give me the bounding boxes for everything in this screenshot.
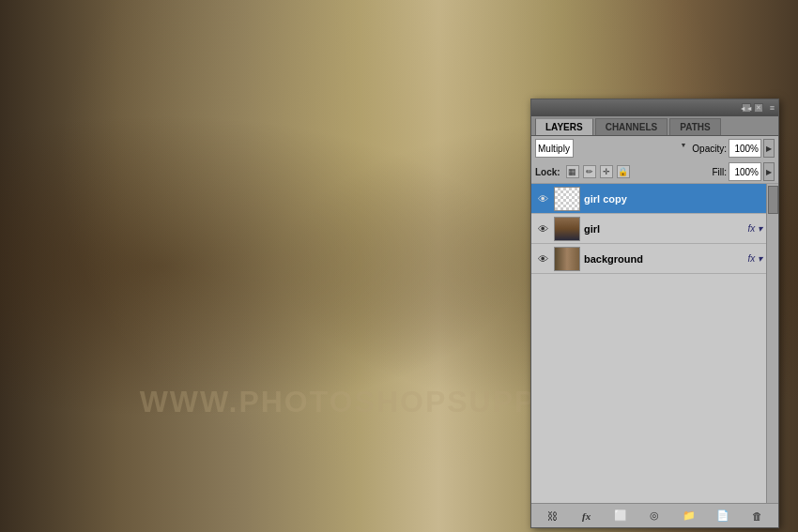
layer-name-background: background: [584, 253, 744, 265]
opacity-label: Opacity:: [692, 144, 727, 154]
lock-move-icon[interactable]: ✛: [600, 165, 613, 178]
lock-fill-row: Lock: ▦ ✏ ✛ 🔒 Fill: ▶: [531, 160, 778, 184]
layer-item-girl-copy[interactable]: 👁 girl copy: [531, 184, 766, 214]
add-mask-button[interactable]: ⬜: [611, 507, 630, 525]
layers-panel: ◄◄ ✕ ≡ LAYERS CHANNELS PATHS Multiply No…: [530, 99, 779, 528]
eye-icon-girl-copy: 👁: [538, 193, 548, 205]
link-layers-button[interactable]: ⛓: [543, 507, 561, 525]
fill-label: Fill:: [712, 167, 727, 177]
tab-paths[interactable]: PATHS: [669, 118, 720, 135]
panel-close-button[interactable]: ✕: [754, 103, 763, 113]
lock-all-icon[interactable]: 🔒: [617, 165, 630, 178]
layer-visibility-background[interactable]: 👁: [535, 251, 550, 266]
opacity-arrow-button[interactable]: ▶: [763, 139, 775, 158]
adjustment-button[interactable]: ◎: [645, 507, 664, 525]
tab-layers[interactable]: LAYERS: [535, 118, 593, 135]
delete-layer-button[interactable]: 🗑: [748, 507, 767, 525]
thumb-transparent-girl-copy: [555, 188, 579, 210]
layer-visibility-girl-copy[interactable]: 👁: [535, 191, 550, 206]
layer-style-button[interactable]: fx: [577, 507, 596, 525]
fill-arrow-button[interactable]: ▶: [763, 162, 775, 181]
layer-item-girl[interactable]: 👁 girl fx ▾: [531, 214, 766, 244]
layer-name-girl: girl: [584, 223, 744, 235]
layer-thumb-background: [554, 247, 580, 271]
panel-toolbar: ⛓ fx ⬜ ◎ 📁 📄 🗑: [531, 503, 778, 527]
lock-checkerboard-icon[interactable]: ▦: [566, 165, 579, 178]
new-layer-button[interactable]: 📄: [714, 507, 732, 525]
thumb-background: [555, 248, 579, 270]
thumb-girl: [555, 218, 579, 240]
panel-menu-button[interactable]: ≡: [770, 103, 775, 113]
layers-list: 👁 girl copy 👁 girl fx ▾: [531, 184, 778, 372]
eye-icon-girl: 👁: [538, 223, 548, 235]
blend-mode-select[interactable]: Multiply Normal Screen Overlay: [535, 139, 574, 158]
blend-mode-wrapper: Multiply Normal Screen Overlay: [535, 139, 688, 158]
layer-item-background[interactable]: 👁 background fx ▾: [531, 244, 766, 274]
layers-empty-area: [531, 372, 778, 503]
layer-fx-background[interactable]: fx ▾: [747, 253, 762, 264]
opacity-input[interactable]: [729, 139, 761, 158]
lock-brush-icon[interactable]: ✏: [583, 165, 596, 178]
eye-icon-background: 👁: [538, 253, 548, 265]
fill-group: Fill: ▶: [712, 162, 775, 181]
lock-label: Lock:: [535, 167, 560, 177]
fill-input[interactable]: [729, 162, 761, 181]
panel-titlebar: ◄◄ ✕ ≡: [531, 99, 778, 116]
opacity-group: Opacity: ▶: [692, 139, 775, 158]
layer-name-girl-copy: girl copy: [584, 193, 762, 205]
group-button[interactable]: 📁: [680, 507, 698, 525]
layers-scroll-area: 👁 girl copy 👁 girl fx ▾: [531, 184, 778, 503]
layers-scrollbar[interactable]: [766, 184, 778, 503]
scrollbar-thumb[interactable]: [768, 186, 778, 214]
layer-thumb-girl: [554, 217, 580, 241]
tab-channels[interactable]: CHANNELS: [595, 118, 668, 135]
layer-fx-girl[interactable]: fx ▾: [747, 223, 762, 234]
panel-collapse-button[interactable]: ◄◄: [742, 103, 751, 113]
layer-visibility-girl[interactable]: 👁: [535, 221, 550, 236]
layer-thumb-girl-copy: [554, 187, 580, 211]
panel-tabs: LAYERS CHANNELS PATHS: [531, 116, 778, 136]
blend-opacity-row: Multiply Normal Screen Overlay Opacity: …: [531, 136, 778, 160]
